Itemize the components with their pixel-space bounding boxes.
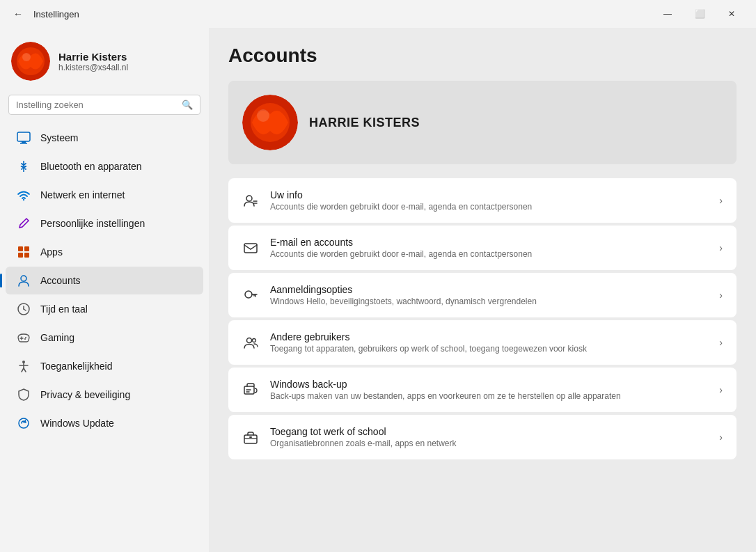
close-button[interactable]: ✕ [716,3,748,25]
sidebar-item-label: Gaming [40,332,74,343]
sidebar: Harrie Kisters h.kisters@xs4all.nl 🔍 [0,28,209,552]
svg-rect-8 [18,246,23,251]
svg-point-38 [253,339,256,342]
svg-rect-3 [17,132,30,141]
sidebar-item-label: Tijd en taal [40,303,88,315]
svg-rect-32 [244,244,257,253]
settings-item-andere-gebruikers[interactable]: Andere gebruikers Toegang tot apparaten,… [228,320,737,365]
search-icon: 🔍 [182,100,193,110]
backup-icon [242,381,259,398]
svg-line-15 [24,309,26,310]
settings-item-toegang-werk[interactable]: Toegang tot werk of school Organisatiebr… [228,415,737,459]
refresh-icon [17,416,31,430]
svg-rect-9 [24,246,29,251]
settings-item-text: Andere gebruikers Toegang tot apparaten,… [270,331,708,354]
sidebar-item-label: Privacy & beveiliging [40,389,130,400]
chevron-right-icon: › [719,384,723,395]
minimize-button[interactable]: — [652,3,684,25]
search-input[interactable] [16,100,176,110]
sidebar-item-bluetooth[interactable]: Bluetooth en apparaten [6,152,203,180]
key-icon [242,287,259,303]
avatar [11,42,50,81]
svg-rect-42 [244,435,257,443]
chevron-right-icon: › [719,290,723,301]
sidebar-item-toegankelijkheid[interactable]: Toegankelijkheid [6,352,203,380]
gamepad-icon [17,331,31,345]
sidebar-item-netwerk[interactable]: Netwerk en internet [6,181,203,209]
sidebar-item-label: Apps [40,246,63,258]
people-icon [242,334,259,351]
svg-line-24 [24,368,26,372]
settings-item-title: Toegang tot werk of school [270,426,708,437]
user-profile: Harrie Kisters h.kisters@xs4all.nl [0,33,209,95]
nav-list: Systeem Bluetooth en apparaten [0,123,209,438]
sidebar-item-label: Systeem [40,132,78,143]
svg-rect-11 [24,253,29,258]
settings-item-desc: Back-ups maken van uw bestanden, apps en… [270,391,708,401]
sidebar-item-systeem[interactable]: Systeem [6,124,203,152]
settings-item-title: Andere gebruikers [270,331,708,342]
svg-rect-4 [22,141,26,143]
sidebar-item-label: Bluetooth en apparaten [40,161,142,172]
person-icon [17,274,31,287]
sidebar-item-gaming[interactable]: Gaming [6,324,203,352]
settings-item-text: Toegang tot werk of school Organisatiebr… [270,426,708,448]
shield-icon [17,388,31,402]
settings-item-text: E-mail en accounts Accounts die worden g… [270,237,708,259]
search-container: 🔍 [0,95,209,123]
settings-item-text: Windows back-up Back-ups maken van uw be… [270,379,708,401]
chevron-right-icon: › [719,242,723,253]
settings-item-text: Uw info Accounts die worden gebruikt doo… [270,189,708,212]
sidebar-item-tijd[interactable]: Tijd en taal [6,295,203,323]
apps-icon [17,245,31,259]
app-title: Instellingen [33,9,79,19]
app-content: Harrie Kisters h.kisters@xs4all.nl 🔍 [0,28,756,552]
svg-line-23 [22,368,24,372]
search-box: 🔍 [8,95,200,115]
settings-item-title: Windows back-up [270,379,708,390]
user-info: Harrie Kisters h.kisters@xs4all.nl [58,51,198,72]
svg-point-37 [247,338,252,343]
user-card-avatar [242,95,298,150]
sidebar-item-label: Toegankelijkheid [40,361,113,372]
maximize-button[interactable]: ⬜ [684,3,716,25]
settings-item-aanmeldingsopties[interactable]: Aanmeldingsopties Windows Hello, beveili… [228,273,737,317]
sidebar-item-accounts[interactable]: Accounts [6,267,203,294]
settings-item-desc: Accounts die worden gebruikt door e-mail… [270,202,708,212]
sidebar-item-windows-update[interactable]: Windows Update [6,409,203,437]
clock-icon [17,302,31,316]
svg-rect-10 [18,253,23,258]
sidebar-item-label: Netwerk en internet [40,189,125,200]
settings-item-windows-backup[interactable]: → Windows back-up Back-ups maken van uw … [228,368,737,412]
settings-list: Uw info Accounts die worden gebruikt doo… [228,178,737,459]
settings-item-text: Aanmeldingsopties Windows Hello, beveili… [270,284,708,306]
settings-item-title: E-mail en accounts [270,237,708,248]
svg-point-25 [19,418,29,428]
settings-item-desc: Windows Hello, beveiligingstoets, wachtw… [270,297,708,306]
user-email: h.kisters@xs4all.nl [58,63,198,72]
person-card-icon [242,192,259,209]
settings-item-title: Uw info [270,189,708,200]
bluetooth-icon [17,159,31,173]
page-title: Accounts [228,45,737,67]
svg-point-29 [246,196,252,201]
sidebar-item-apps[interactable]: Apps [6,238,203,266]
email-icon [242,239,259,256]
settings-item-desc: Accounts die worden gebruikt door e-mail… [270,249,708,259]
main-content: Accounts HARRIE KISTERS [209,28,756,552]
user-card: HARRIE KISTERS [228,81,737,164]
svg-point-28 [257,109,269,122]
sidebar-item-label: Accounts [40,275,81,286]
username: Harrie Kisters [58,51,198,63]
monitor-icon [17,131,31,145]
accessibility-icon [17,359,31,373]
svg-point-33 [245,291,252,298]
sidebar-item-persoonlijk[interactable]: Persoonlijke instellingen [6,210,203,237]
sidebar-item-privacy[interactable]: Privacy & beveiliging [6,381,203,409]
settings-item-uw-info[interactable]: Uw info Accounts die worden gebruikt doo… [228,178,737,223]
settings-item-email[interactable]: E-mail en accounts Accounts die worden g… [228,226,737,270]
user-card-name: HARRIE KISTERS [309,116,420,130]
wifi-icon [17,188,31,202]
sidebar-item-label: Windows Update [40,418,114,429]
back-button[interactable]: ← [8,4,28,24]
